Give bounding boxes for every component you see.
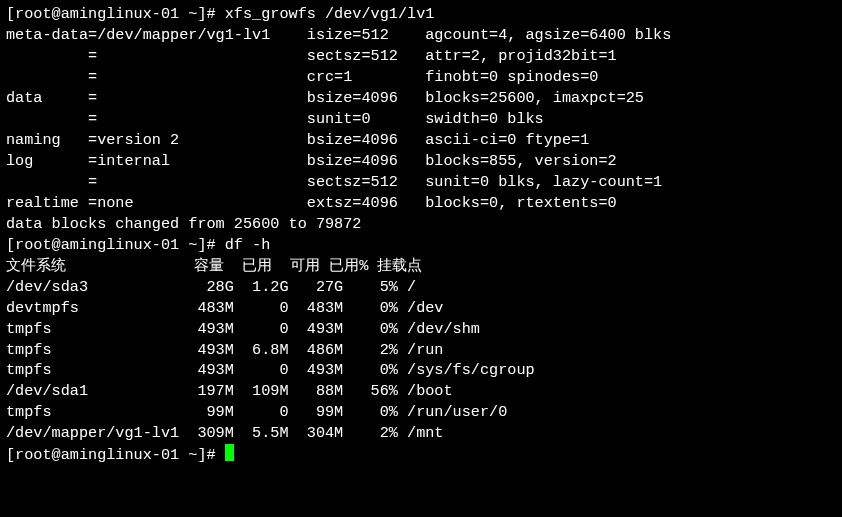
xfs-output-line: = sectsz=512 attr=2, projid32bit=1 [6,46,836,67]
df-header-row: 文件系统 容量 已用 可用 已用% 挂载点 [6,256,836,277]
prompt-line-2: [root@aminglinux-01 ~]# df -h [6,235,836,256]
df-row: tmpfs 493M 0 493M 0% /sys/fs/cgroup [6,360,836,381]
df-row: tmpfs 493M 0 493M 0% /dev/shm [6,319,836,340]
shell-prompt: [root@aminglinux-01 ~]# [6,446,225,464]
xfs-output-line: = crc=1 finobt=0 spinodes=0 [6,67,836,88]
df-row: /dev/mapper/vg1-lv1 309M 5.5M 304M 2% /m… [6,423,836,444]
xfs-output-line: data = bsize=4096 blocks=25600, imaxpct=… [6,88,836,109]
command-text: df -h [225,236,271,254]
cursor-icon [225,444,234,461]
df-row: /dev/sda3 28G 1.2G 27G 5% / [6,277,836,298]
shell-prompt: [root@aminglinux-01 ~]# [6,5,225,23]
df-row: /dev/sda1 197M 109M 88M 56% /boot [6,381,836,402]
xfs-output-line: realtime =none extsz=4096 blocks=0, rtex… [6,193,836,214]
xfs-output-line: log =internal bsize=4096 blocks=855, ver… [6,151,836,172]
xfs-output-line: meta-data=/dev/mapper/vg1-lv1 isize=512 … [6,25,836,46]
xfs-growfs-output: meta-data=/dev/mapper/vg1-lv1 isize=512 … [6,25,836,214]
df-row: tmpfs 493M 6.8M 486M 2% /run [6,340,836,361]
df-output-rows: /dev/sda3 28G 1.2G 27G 5% /devtmpfs 483M… [6,277,836,445]
xfs-output-line: naming =version 2 bsize=4096 ascii-ci=0 … [6,130,836,151]
prompt-line-1: [root@aminglinux-01 ~]# xfs_growfs /dev/… [6,4,836,25]
shell-prompt: [root@aminglinux-01 ~]# [6,236,225,254]
command-text: xfs_growfs /dev/vg1/lv1 [225,5,435,23]
df-row: devtmpfs 483M 0 483M 0% /dev [6,298,836,319]
xfs-output-line: = sectsz=512 sunit=0 blks, lazy-count=1 [6,172,836,193]
df-row: tmpfs 99M 0 99M 0% /run/user/0 [6,402,836,423]
terminal-output[interactable]: [root@aminglinux-01 ~]# xfs_growfs /dev/… [6,4,836,466]
blocks-changed-line: data blocks changed from 25600 to 79872 [6,214,836,235]
prompt-line-3[interactable]: [root@aminglinux-01 ~]# [6,444,836,466]
xfs-output-line: = sunit=0 swidth=0 blks [6,109,836,130]
